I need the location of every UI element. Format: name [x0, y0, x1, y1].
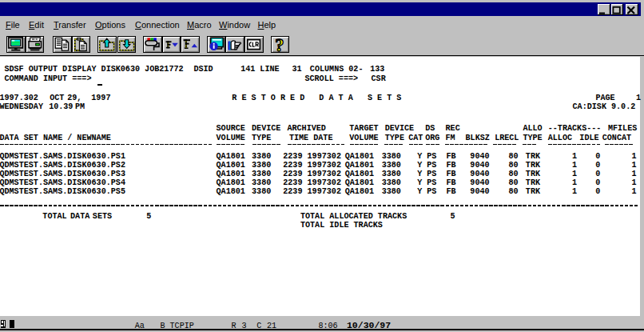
svg-text:?: ? — [275, 37, 284, 53]
